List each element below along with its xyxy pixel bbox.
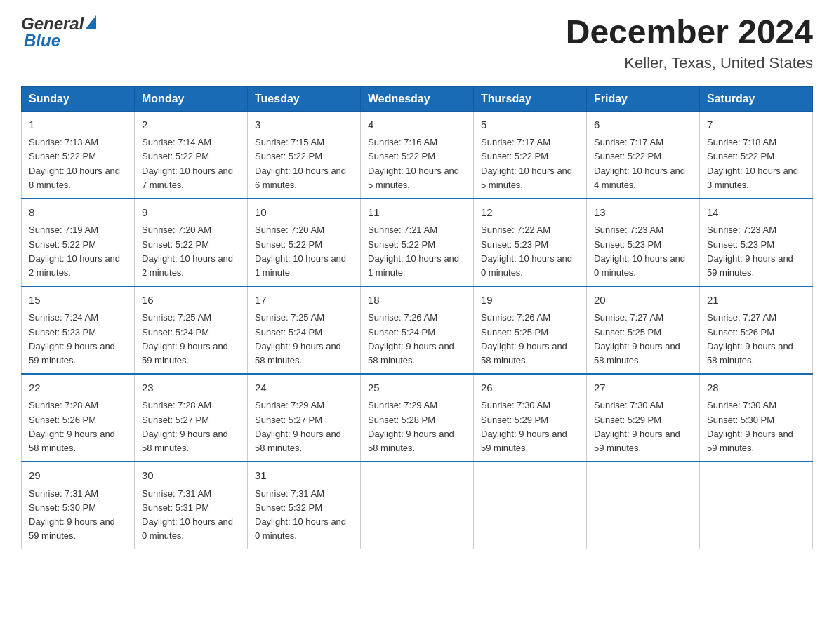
table-row: 4Sunrise: 7:16 AMSunset: 5:22 PMDaylight…: [361, 111, 474, 199]
day-number: 22: [29, 380, 127, 396]
day-number: 17: [255, 293, 353, 309]
table-row: 6Sunrise: 7:17 AMSunset: 5:22 PMDaylight…: [587, 111, 700, 199]
table-row: 3Sunrise: 7:15 AMSunset: 5:22 PMDaylight…: [248, 111, 361, 199]
table-row: 18Sunrise: 7:26 AMSunset: 5:24 PMDayligh…: [361, 286, 474, 374]
page-header: General Blue December 2024 Keller, Texas…: [21, 14, 813, 72]
day-info: Sunrise: 7:21 AMSunset: 5:22 PMDaylight:…: [368, 224, 459, 277]
day-number: 8: [29, 205, 127, 221]
day-info: Sunrise: 7:15 AMSunset: 5:22 PMDaylight:…: [255, 137, 346, 189]
calendar-table: Sunday Monday Tuesday Wednesday Thursday…: [21, 86, 813, 549]
day-info: Sunrise: 7:16 AMSunset: 5:22 PMDaylight:…: [368, 137, 459, 189]
calendar-week-row: 15Sunrise: 7:24 AMSunset: 5:23 PMDayligh…: [22, 286, 813, 374]
day-number: 24: [255, 380, 353, 396]
table-row: [587, 462, 700, 549]
day-number: 12: [481, 205, 579, 221]
day-info: Sunrise: 7:27 AMSunset: 5:26 PMDaylight:…: [707, 312, 793, 365]
day-info: Sunrise: 7:24 AMSunset: 5:23 PMDaylight:…: [29, 312, 115, 365]
col-tuesday: Tuesday: [248, 86, 361, 111]
table-row: [700, 462, 813, 549]
day-number: 31: [255, 468, 353, 484]
calendar-week-row: 22Sunrise: 7:28 AMSunset: 5:26 PMDayligh…: [22, 374, 813, 462]
day-number: 18: [368, 293, 466, 309]
table-row: 15Sunrise: 7:24 AMSunset: 5:23 PMDayligh…: [22, 286, 135, 374]
svg-marker-0: [85, 15, 96, 29]
day-number: 21: [707, 293, 805, 309]
day-info: Sunrise: 7:20 AMSunset: 5:22 PMDaylight:…: [142, 224, 233, 277]
day-info: Sunrise: 7:19 AMSunset: 5:22 PMDaylight:…: [29, 224, 120, 277]
table-row: 22Sunrise: 7:28 AMSunset: 5:26 PMDayligh…: [22, 374, 135, 462]
day-info: Sunrise: 7:30 AMSunset: 5:29 PMDaylight:…: [594, 400, 680, 452]
table-row: 12Sunrise: 7:22 AMSunset: 5:23 PMDayligh…: [474, 199, 587, 286]
day-info: Sunrise: 7:29 AMSunset: 5:28 PMDaylight:…: [368, 400, 454, 452]
calendar-header-row: Sunday Monday Tuesday Wednesday Thursday…: [22, 86, 813, 111]
logo-blue-text: Blue: [24, 31, 60, 51]
table-row: 29Sunrise: 7:31 AMSunset: 5:30 PMDayligh…: [22, 462, 135, 549]
day-info: Sunrise: 7:28 AMSunset: 5:27 PMDaylight:…: [142, 400, 228, 452]
col-friday: Friday: [587, 86, 700, 111]
title-section: December 2024 Keller, Texas, United Stat…: [566, 14, 813, 72]
table-row: 10Sunrise: 7:20 AMSunset: 5:22 PMDayligh…: [248, 199, 361, 286]
table-row: 1Sunrise: 7:13 AMSunset: 5:22 PMDaylight…: [22, 111, 135, 199]
table-row: 19Sunrise: 7:26 AMSunset: 5:25 PMDayligh…: [474, 286, 587, 374]
table-row: 30Sunrise: 7:31 AMSunset: 5:31 PMDayligh…: [135, 462, 248, 549]
day-number: 10: [255, 205, 353, 221]
col-thursday: Thursday: [474, 86, 587, 111]
day-info: Sunrise: 7:28 AMSunset: 5:26 PMDaylight:…: [29, 400, 115, 452]
table-row: 17Sunrise: 7:25 AMSunset: 5:24 PMDayligh…: [248, 286, 361, 374]
location-text: Keller, Texas, United States: [566, 54, 813, 72]
day-number: 9: [142, 205, 240, 221]
day-number: 14: [707, 205, 805, 221]
table-row: [474, 462, 587, 549]
day-info: Sunrise: 7:31 AMSunset: 5:32 PMDaylight:…: [255, 488, 346, 541]
day-number: 28: [707, 380, 805, 396]
col-monday: Monday: [135, 86, 248, 111]
day-number: 15: [29, 293, 127, 309]
day-info: Sunrise: 7:17 AMSunset: 5:22 PMDaylight:…: [481, 137, 572, 189]
month-title: December 2024: [566, 14, 813, 51]
day-number: 1: [29, 117, 127, 133]
day-number: 25: [368, 380, 466, 396]
day-info: Sunrise: 7:14 AMSunset: 5:22 PMDaylight:…: [142, 137, 233, 189]
day-number: 27: [594, 380, 692, 396]
table-row: 31Sunrise: 7:31 AMSunset: 5:32 PMDayligh…: [248, 462, 361, 549]
day-number: 7: [707, 117, 805, 133]
day-info: Sunrise: 7:27 AMSunset: 5:25 PMDaylight:…: [594, 312, 680, 365]
day-info: Sunrise: 7:31 AMSunset: 5:31 PMDaylight:…: [142, 488, 233, 541]
logo: General Blue: [21, 14, 96, 51]
day-info: Sunrise: 7:20 AMSunset: 5:22 PMDaylight:…: [255, 224, 346, 277]
calendar-week-row: 29Sunrise: 7:31 AMSunset: 5:30 PMDayligh…: [22, 462, 813, 549]
day-number: 13: [594, 205, 692, 221]
day-number: 16: [142, 293, 240, 309]
day-info: Sunrise: 7:26 AMSunset: 5:25 PMDaylight:…: [481, 312, 567, 365]
table-row: 25Sunrise: 7:29 AMSunset: 5:28 PMDayligh…: [361, 374, 474, 462]
table-row: 21Sunrise: 7:27 AMSunset: 5:26 PMDayligh…: [700, 286, 813, 374]
col-sunday: Sunday: [22, 86, 135, 111]
day-number: 11: [368, 205, 466, 221]
table-row: 14Sunrise: 7:23 AMSunset: 5:23 PMDayligh…: [700, 199, 813, 286]
day-info: Sunrise: 7:30 AMSunset: 5:29 PMDaylight:…: [481, 400, 567, 452]
day-info: Sunrise: 7:31 AMSunset: 5:30 PMDaylight:…: [29, 488, 115, 541]
day-number: 6: [594, 117, 692, 133]
day-info: Sunrise: 7:23 AMSunset: 5:23 PMDaylight:…: [594, 224, 685, 277]
table-row: [361, 462, 474, 549]
table-row: 24Sunrise: 7:29 AMSunset: 5:27 PMDayligh…: [248, 374, 361, 462]
table-row: 23Sunrise: 7:28 AMSunset: 5:27 PMDayligh…: [135, 374, 248, 462]
table-row: 8Sunrise: 7:19 AMSunset: 5:22 PMDaylight…: [22, 199, 135, 286]
table-row: 27Sunrise: 7:30 AMSunset: 5:29 PMDayligh…: [587, 374, 700, 462]
day-info: Sunrise: 7:26 AMSunset: 5:24 PMDaylight:…: [368, 312, 454, 365]
table-row: 28Sunrise: 7:30 AMSunset: 5:30 PMDayligh…: [700, 374, 813, 462]
day-info: Sunrise: 7:23 AMSunset: 5:23 PMDaylight:…: [707, 224, 793, 277]
table-row: 20Sunrise: 7:27 AMSunset: 5:25 PMDayligh…: [587, 286, 700, 374]
day-number: 23: [142, 380, 240, 396]
col-wednesday: Wednesday: [361, 86, 474, 111]
day-info: Sunrise: 7:25 AMSunset: 5:24 PMDaylight:…: [142, 312, 228, 365]
day-number: 26: [481, 380, 579, 396]
day-number: 4: [368, 117, 466, 133]
day-info: Sunrise: 7:30 AMSunset: 5:30 PMDaylight:…: [707, 400, 793, 452]
day-info: Sunrise: 7:29 AMSunset: 5:27 PMDaylight:…: [255, 400, 341, 452]
day-info: Sunrise: 7:22 AMSunset: 5:23 PMDaylight:…: [481, 224, 572, 277]
table-row: 13Sunrise: 7:23 AMSunset: 5:23 PMDayligh…: [587, 199, 700, 286]
day-info: Sunrise: 7:18 AMSunset: 5:22 PMDaylight:…: [707, 137, 798, 189]
logo-triangle-icon: [85, 15, 96, 32]
table-row: 26Sunrise: 7:30 AMSunset: 5:29 PMDayligh…: [474, 374, 587, 462]
